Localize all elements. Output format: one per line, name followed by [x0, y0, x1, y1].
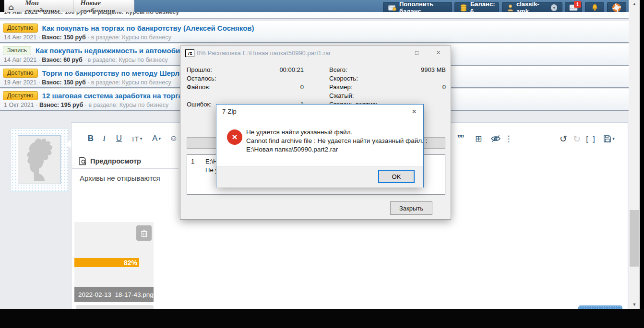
stat-label: Сжатый:	[329, 92, 354, 99]
eye-slash-icon	[490, 135, 501, 142]
windows-taskbar	[0, 309, 644, 328]
underline-button[interactable]: U	[112, 131, 126, 146]
editor-body-text: Архивы не открываются	[80, 174, 160, 182]
listing-row: Доступно Как покупать на торгах по банкр…	[0, 21, 629, 43]
close-dialog-button[interactable]: ×	[406, 105, 422, 118]
bbcode-button[interactable]: [ ]	[584, 131, 599, 146]
error-line-2: Cannot find archive file : Не удается на…	[246, 137, 427, 144]
bold-button[interactable]: B	[84, 131, 97, 146]
dialog-title: 7-Zip	[222, 108, 237, 115]
table-icon: ⊞	[475, 134, 482, 144]
ok-button[interactable]: OK	[378, 170, 415, 183]
error-icon: ×	[227, 129, 242, 145]
smilies-button[interactable]: ☺	[167, 131, 180, 146]
preview-icon	[79, 157, 87, 165]
messages-count-badge: 1	[574, 1, 581, 8]
more-options-button[interactable]: ⋮	[505, 131, 513, 146]
maximize-icon: □	[415, 49, 418, 56]
error-line-1: Не удается найти указанный файл.	[246, 129, 352, 136]
quote-button[interactable]: ””	[453, 131, 467, 146]
user-dropdown-chevron-icon: ▾	[551, 4, 557, 11]
italic-button[interactable]: I	[98, 131, 110, 146]
chevron-down-icon: ▾	[158, 136, 161, 141]
listing-meta: 14 Авг 2021 · Взнос: 100 руб · в разделе…	[4, 12, 179, 15]
listing-row-partial: 14 Авг 2021 · Взнос: 100 руб · в разделе…	[0, 12, 629, 19]
upload-progress-bar: 82%	[74, 258, 139, 267]
stat-label: Осталось:	[187, 75, 216, 82]
floppy-save-icon	[603, 135, 611, 143]
attachment-row-edge	[76, 305, 154, 309]
quote-icon: ””	[457, 134, 464, 143]
user-avatar-icon	[507, 4, 513, 12]
undo-button[interactable]: ↺	[557, 131, 570, 146]
close-window-button[interactable]: ×	[428, 46, 449, 59]
drafts-button[interactable]: ▾	[600, 131, 618, 146]
window-title: 0% Распаковка E:\Новая папка\50990.part1…	[197, 49, 331, 57]
stat-value: 0	[329, 83, 446, 91]
attachment-thumbnail: 82% 2022-02-13_18-17-43.png	[74, 222, 154, 302]
upload-progress-label: 82%	[124, 259, 139, 267]
toolbar-divider	[72, 168, 179, 169]
redo-button[interactable]: ↺	[570, 131, 584, 146]
lifebuoy-icon	[612, 3, 621, 12]
coins-icon	[460, 4, 467, 12]
insert-table-button[interactable]: ⊞	[471, 131, 486, 146]
font-color-button[interactable]: A▾	[148, 131, 165, 146]
spoiler-button[interactable]	[488, 131, 504, 146]
brackets-icon: [ ]	[586, 135, 596, 143]
submit-button-edge[interactable]	[578, 305, 622, 309]
listing-meta: 19 Авг 2021 · Взнос: 150 руб · в разделе…	[4, 79, 171, 86]
listing-title-link[interactable]: Как покупать недвижимость и автомобили н…	[36, 47, 199, 55]
attachment-filename: 2022-02-13_18-17-43.png	[74, 291, 154, 298]
sevenzip-error-dialog: 7-Zip × × Не удается найти указанный фай…	[216, 104, 424, 187]
maximize-button[interactable]: □	[406, 46, 428, 59]
minimize-icon: —	[393, 49, 398, 56]
redo-icon: ↺	[573, 133, 581, 144]
stat-value: 0	[187, 83, 304, 91]
home-icon: ⌂	[8, 2, 14, 12]
status-badge: Доступно	[3, 91, 38, 100]
preview-label: Предпросмотр	[90, 157, 141, 165]
error-line-3: E:\Новая папка\50990.part2.rar	[246, 146, 338, 153]
smiley-icon: ☺	[169, 134, 178, 143]
chevron-down-icon: ▾	[140, 136, 143, 141]
ellipsis-vertical-icon: ⋮	[505, 134, 513, 144]
screen-edge-right	[640, 0, 644, 328]
listing-title-link[interactable]: Торги по банкротству по методу Шерлока Х…	[42, 69, 203, 77]
status-badge: Доступно	[3, 23, 38, 33]
window-titlebar[interactable]: 7z 0% Распаковка E:\Новая папка\50990.pa…	[180, 46, 451, 59]
user-avatar-box	[11, 129, 68, 192]
preview-button[interactable]: Предпросмотр	[79, 157, 141, 165]
stat-label: Скорость:	[329, 75, 358, 82]
avatar	[18, 135, 61, 184]
font-size-button[interactable]: тT▾	[128, 131, 146, 146]
desktop: ⌂ Мои складчины Новые сообщения Пополнит…	[0, 0, 644, 328]
close-icon: ×	[412, 107, 417, 117]
trash-icon	[141, 229, 148, 237]
bell-icon	[591, 4, 598, 12]
close-button[interactable]: Закрыть	[390, 201, 432, 215]
scroll-down-arrow[interactable]: ▼	[631, 302, 638, 307]
close-icon: ×	[436, 48, 441, 57]
status-badge: Запись	[3, 46, 31, 55]
listing-meta: 1 Окт 2021 · Взнос: 195 руб · в разделе:…	[4, 102, 168, 108]
wallet-icon	[388, 4, 396, 11]
listing-meta: 14 Авг 2021 · Взнос: 150 руб · в разделе…	[4, 34, 171, 41]
listing-title-link[interactable]: 12 шаговая система заработка на торгах п…	[42, 92, 203, 100]
listing-meta: 14 Авг 2021 · Взнос: 60 руб · в разделе:…	[4, 57, 168, 63]
stat-value: 00:00:21	[187, 66, 304, 73]
stat-value: 9903 MB	[329, 66, 446, 73]
listing-title-link[interactable]: Как покупать на торгах по банкротству (А…	[42, 24, 254, 32]
chevron-down-icon: ▾	[612, 136, 615, 141]
undo-icon: ↺	[560, 133, 567, 144]
delete-attachment-button[interactable]	[136, 225, 152, 241]
attachment-caption: 2022-02-13_18-17-43.png	[74, 287, 154, 302]
minimize-button[interactable]: —	[384, 46, 406, 59]
scroll-up-arrow[interactable]: ▲	[631, 1, 638, 6]
error-row-number: 1	[191, 158, 194, 165]
sevenzip-app-icon: 7z	[185, 49, 194, 57]
status-badge: Доступно	[3, 69, 38, 78]
scrollbar-thumb[interactable]	[630, 210, 639, 267]
